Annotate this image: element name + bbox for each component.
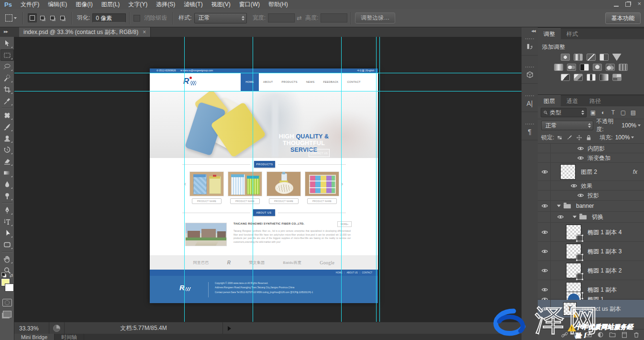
layer-thumbnail[interactable] <box>561 165 575 179</box>
filter-type-layers-icon[interactable]: T <box>609 109 617 117</box>
swap-colors-icon[interactable]: ⇄ <box>10 273 13 278</box>
bottom-tab-mini-bridge[interactable]: Mini Bridge <box>14 334 55 340</box>
about-more-button[interactable]: MORE+ <box>337 221 352 227</box>
product-name-button[interactable]: PRODUCT NAME <box>307 198 337 204</box>
brush-tool[interactable] <box>0 121 14 133</box>
gradient-map-icon[interactable] <box>600 74 609 81</box>
product-card[interactable]: PRODUCT NAME <box>228 171 262 196</box>
filter-pixel-layers-icon[interactable]: ▣ <box>589 109 597 117</box>
visibility-eye-icon[interactable] <box>570 183 577 188</box>
type-tool[interactable] <box>0 216 14 227</box>
restore-button[interactable] <box>625 2 631 7</box>
character-panel-button[interactable]: A| <box>522 91 538 112</box>
subtract-from-selection-button[interactable] <box>48 13 57 23</box>
product-name-button[interactable]: PRODUCT NAME <box>269 198 299 204</box>
photo-filter-icon[interactable] <box>593 64 602 71</box>
canvas-area[interactable]: ✆ 0512-82909626 ✉ sara.xu@rongweigroup.c… <box>14 37 522 322</box>
layer-row[interactable]: 椭圆 1 副本 4 <box>538 223 644 242</box>
lock-all-icon[interactable] <box>585 134 592 141</box>
lock-paint-icon[interactable] <box>566 134 573 141</box>
fill-field[interactable]: 100% <box>615 134 634 141</box>
group-expand-triangle[interactable] <box>557 205 561 207</box>
menubar-item[interactable]: 选择(S) <box>152 0 179 9</box>
guide-vertical[interactable] <box>184 37 185 322</box>
move-tool[interactable] <box>0 38 14 49</box>
pen-tool[interactable] <box>0 204 14 216</box>
path-selection-tool[interactable] <box>0 227 14 239</box>
background-color-swatch[interactable] <box>5 284 13 291</box>
layer-style-button[interactable]: fx <box>572 331 580 339</box>
eraser-tool[interactable] <box>0 156 14 167</box>
threshold-icon[interactable] <box>587 74 596 81</box>
paragraph-panel-button[interactable]: ¶ <box>522 119 538 140</box>
add-to-selection-button[interactable] <box>38 13 47 23</box>
group-expand-triangle[interactable] <box>573 216 577 218</box>
lock-transparent-icon[interactable] <box>556 134 564 141</box>
properties-panel-button[interactable] <box>522 62 538 84</box>
lock-move-icon[interactable] <box>576 134 583 141</box>
layer-thumbnail[interactable]: T! <box>564 303 576 315</box>
menubar-item[interactable]: 视图(V) <box>207 0 235 9</box>
layer-thumbnail[interactable] <box>566 244 581 259</box>
visibility-eye-icon[interactable] <box>557 215 564 220</box>
new-selection-button[interactable] <box>28 13 37 23</box>
site-nav-contact[interactable]: CONTACT <box>343 73 365 91</box>
dodge-tool[interactable] <box>0 190 14 202</box>
menubar-item[interactable]: 窗口(W) <box>235 0 264 9</box>
tab-layers[interactable]: 图层 <box>538 95 561 106</box>
site-nav-home[interactable]: HOME <box>241 73 259 91</box>
visibility-eye-icon[interactable] <box>541 169 548 174</box>
hue-saturation-icon[interactable] <box>554 64 563 71</box>
menubar-item[interactable]: 帮助(H) <box>264 0 292 9</box>
layer-row[interactable]: 椭圆 1 副本 3 <box>538 242 644 261</box>
spot-healing-brush-tool[interactable] <box>0 110 14 121</box>
bottom-tab-timeline[interactable]: 时间轴 <box>55 334 84 340</box>
layer-row[interactable]: 内阴影 <box>538 144 644 153</box>
add-layer-mask-button[interactable] <box>584 331 592 339</box>
site-nav-news[interactable]: NEWS <box>302 73 319 91</box>
guide-vertical[interactable] <box>253 37 253 322</box>
menubar-item[interactable]: 编辑(E) <box>44 0 71 9</box>
vibrance-icon[interactable] <box>612 54 622 61</box>
guide-vertical[interactable] <box>341 37 342 322</box>
new-adjustment-layer-button[interactable] <box>596 331 604 339</box>
blur-tool[interactable] <box>0 179 14 190</box>
document-size-field[interactable]: 文档:5.77M/85.4M <box>64 322 223 334</box>
hand-tool[interactable] <box>0 253 14 265</box>
guide-vertical[interactable] <box>376 37 377 322</box>
layer-fx-badge[interactable]: fx <box>633 169 637 175</box>
width-input[interactable] <box>268 13 295 23</box>
feather-input[interactable]: 0 像素 <box>92 13 126 23</box>
layer-row[interactable]: 投影 <box>538 191 644 201</box>
guide-horizontal[interactable] <box>14 91 522 91</box>
visibility-eye-icon[interactable] <box>541 306 548 311</box>
layer-row[interactable]: 椭圆 1 副本 2 <box>538 261 644 280</box>
product-name-button[interactable]: PRODUCT NAME <box>230 198 260 204</box>
quick-mask-button[interactable] <box>2 299 12 306</box>
eyedropper-tool[interactable] <box>0 95 14 107</box>
style-dropdown[interactable]: 正常 <box>194 13 247 23</box>
visibility-eye-icon[interactable] <box>541 249 548 254</box>
menubar-item[interactable]: 图像(I) <box>71 0 97 9</box>
tab-adjustments[interactable]: 调整 <box>538 28 561 39</box>
visibility-eye-icon[interactable] <box>541 268 548 273</box>
crop-tool[interactable] <box>0 84 14 95</box>
levels-icon[interactable] <box>574 54 583 61</box>
visibility-eye-icon[interactable] <box>577 155 584 160</box>
close-button[interactable]: × <box>637 1 641 7</box>
color-balance-icon[interactable] <box>567 64 576 71</box>
layer-row[interactable]: T!contact us 副本 <box>538 300 644 318</box>
history-brush-tool[interactable] <box>0 144 14 156</box>
product-card[interactable]: PRODUCT NAME <box>305 171 339 196</box>
close-tab-icon[interactable]: × <box>143 29 146 35</box>
black-white-icon[interactable] <box>580 64 589 71</box>
site-nav-products[interactable]: PRODUCTS <box>277 73 301 91</box>
guide-horizontal[interactable] <box>14 73 522 73</box>
refine-edge-button[interactable]: 调整边缘… <box>355 12 395 23</box>
channel-mixer-icon[interactable] <box>606 64 615 71</box>
product-card[interactable]: PRODUCT NAME <box>189 171 224 196</box>
layer-row[interactable]: 渐变叠加 <box>538 153 644 163</box>
layer-row[interactable]: 切换 <box>538 212 644 223</box>
height-input[interactable] <box>321 13 347 23</box>
tab-styles[interactable]: 样式 <box>561 29 584 39</box>
